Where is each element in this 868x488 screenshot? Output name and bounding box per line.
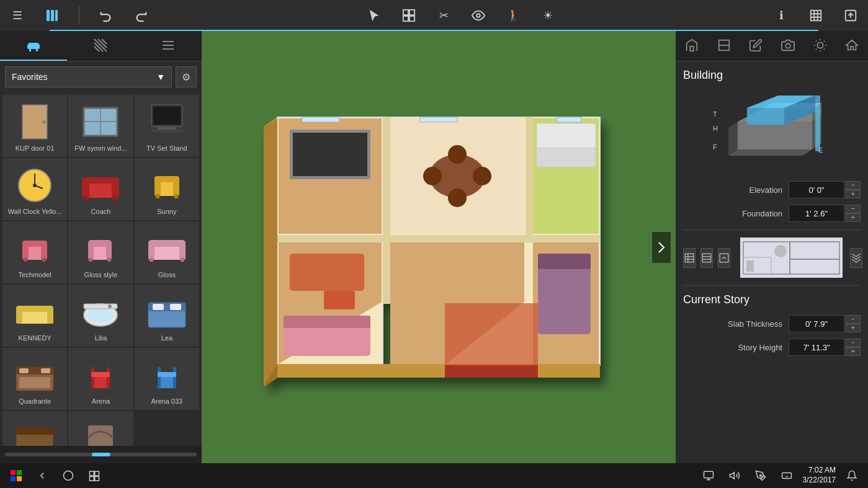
elevation-label: Elevation bbox=[683, 185, 789, 195]
right-tab-camera[interactable] bbox=[772, 31, 804, 61]
elevation-increment[interactable]: + bbox=[846, 190, 861, 198]
redo-icon[interactable] bbox=[130, 4, 152, 27]
list-item[interactable] bbox=[68, 411, 133, 446]
elevation-stepper: − + bbox=[846, 181, 861, 198]
sun-icon[interactable]: ☀ bbox=[537, 4, 559, 27]
undo-icon[interactable] bbox=[95, 4, 117, 27]
list-item[interactable]: Gloss bbox=[135, 221, 199, 283]
svg-rect-56 bbox=[107, 258, 111, 262]
furniture-label: Wall Clock Yello... bbox=[8, 208, 62, 216]
back-icon[interactable] bbox=[32, 466, 52, 486]
furniture-thumb bbox=[142, 226, 192, 270]
slab-thickness-input[interactable] bbox=[789, 315, 844, 332]
favorites-header: Favorites ▼ ⚙ bbox=[0, 61, 202, 92]
expand-icon[interactable] bbox=[805, 4, 827, 27]
scissors-icon[interactable]: ✂ bbox=[432, 4, 455, 27]
svg-rect-78 bbox=[41, 368, 50, 373]
list-item[interactable]: Coach bbox=[68, 158, 133, 220]
list-item[interactable]: Quadrante bbox=[2, 348, 67, 410]
home-circle-icon[interactable] bbox=[58, 466, 78, 486]
furniture-label: Gloss style bbox=[84, 271, 118, 279]
settings-button[interactable]: ⚙ bbox=[176, 66, 197, 87]
svg-rect-50 bbox=[42, 258, 46, 262]
furniture-thumb bbox=[142, 353, 192, 396]
hamburger-menu-icon[interactable]: ☰ bbox=[6, 4, 29, 27]
svg-point-183 bbox=[759, 475, 761, 477]
svg-rect-119 bbox=[293, 133, 367, 176]
story-add-button[interactable] bbox=[683, 248, 696, 268]
story-export-button[interactable] bbox=[850, 248, 862, 268]
right-tab-home2[interactable] bbox=[836, 31, 868, 61]
story-height-input[interactable] bbox=[789, 339, 844, 356]
select-icon[interactable] bbox=[363, 4, 385, 27]
info-icon[interactable]: ℹ bbox=[770, 4, 792, 27]
list-item[interactable]: 6 Wall Clock Yello... bbox=[2, 158, 67, 220]
pen-icon[interactable] bbox=[751, 466, 771, 486]
list-item[interactable]: Arena 033 bbox=[135, 348, 199, 410]
furniture-label: Coach bbox=[91, 208, 111, 216]
windows-start-icon[interactable] bbox=[6, 466, 26, 486]
right-tab-edit[interactable] bbox=[740, 31, 772, 61]
foundation-input[interactable] bbox=[789, 205, 844, 222]
slab-decrement[interactable]: − bbox=[846, 315, 861, 324]
keyboard-icon[interactable] bbox=[777, 466, 797, 486]
list-item[interactable]: Lea bbox=[135, 285, 199, 347]
slab-increment[interactable]: + bbox=[846, 324, 861, 332]
list-item[interactable]: Lilia bbox=[68, 285, 133, 347]
monitor-icon[interactable] bbox=[699, 466, 718, 486]
walk-icon[interactable]: 🚶 bbox=[502, 4, 524, 27]
height-decrement[interactable]: − bbox=[846, 339, 861, 347]
floor-thumbnail bbox=[740, 237, 843, 278]
library-icon[interactable] bbox=[41, 4, 63, 27]
group-icon[interactable] bbox=[398, 4, 420, 27]
favorites-dropdown[interactable]: Favorites ▼ bbox=[5, 66, 172, 87]
top-toolbar: ☰ ✂ bbox=[0, 0, 868, 31]
right-tab-floor[interactable] bbox=[708, 31, 740, 61]
right-tab-building[interactable] bbox=[676, 31, 708, 61]
list-item[interactable]: KENNEDY bbox=[2, 285, 67, 347]
foundation-increment[interactable]: + bbox=[846, 213, 861, 222]
materials-tab[interactable] bbox=[67, 31, 134, 61]
multitask-icon[interactable] bbox=[84, 466, 104, 486]
list-item[interactable]: Sunny bbox=[135, 158, 199, 220]
elevation-input[interactable] bbox=[789, 181, 844, 198]
list-item[interactable]: Arena bbox=[68, 348, 133, 410]
list-item[interactable]: KUP door 01 bbox=[2, 95, 67, 157]
furniture-label: Arena bbox=[92, 397, 110, 406]
height-increment[interactable]: + bbox=[846, 347, 861, 356]
right-tab-light[interactable] bbox=[804, 31, 836, 61]
export-icon[interactable] bbox=[839, 4, 862, 27]
furniture-tab[interactable] bbox=[0, 31, 67, 61]
list-item[interactable]: TV Set Stand bbox=[135, 95, 199, 157]
canvas-area[interactable] bbox=[202, 31, 676, 463]
slab-thickness-label: Slab Thickness bbox=[683, 319, 789, 329]
furniture-thumb bbox=[10, 290, 60, 333]
right-panel: Building T H F E bbox=[676, 31, 868, 463]
list-item[interactable] bbox=[2, 411, 67, 446]
notification-icon[interactable] bbox=[842, 466, 862, 486]
svg-text:6: 6 bbox=[34, 165, 36, 169]
eye-icon[interactable] bbox=[467, 4, 490, 27]
story-up-button[interactable] bbox=[718, 248, 730, 268]
scroll-thumb[interactable] bbox=[92, 453, 110, 456]
scroll-bar[interactable] bbox=[0, 446, 202, 463]
list-tab[interactable] bbox=[135, 31, 202, 61]
separator-1 bbox=[79, 6, 79, 25]
list-item[interactable]: FW symm wind... bbox=[68, 95, 133, 157]
svg-rect-170 bbox=[11, 470, 16, 475]
furniture-thumb bbox=[10, 226, 60, 270]
volume-icon[interactable] bbox=[725, 466, 745, 486]
svg-rect-95 bbox=[526, 117, 533, 235]
svg-rect-82 bbox=[107, 367, 110, 389]
story-remove-button[interactable] bbox=[700, 248, 713, 268]
list-item[interactable]: Gloss style bbox=[68, 221, 133, 283]
right-tabs bbox=[676, 31, 868, 61]
furniture-label: KENNEDY bbox=[19, 334, 51, 342]
svg-rect-112 bbox=[324, 291, 355, 309]
floor-plan-view bbox=[228, 68, 650, 427]
svg-rect-66 bbox=[47, 309, 53, 324]
foundation-decrement[interactable]: − bbox=[846, 205, 861, 213]
canvas-expand-arrow[interactable] bbox=[652, 232, 671, 263]
list-item[interactable]: Techmodel bbox=[2, 221, 67, 283]
elevation-decrement[interactable]: − bbox=[846, 181, 861, 190]
